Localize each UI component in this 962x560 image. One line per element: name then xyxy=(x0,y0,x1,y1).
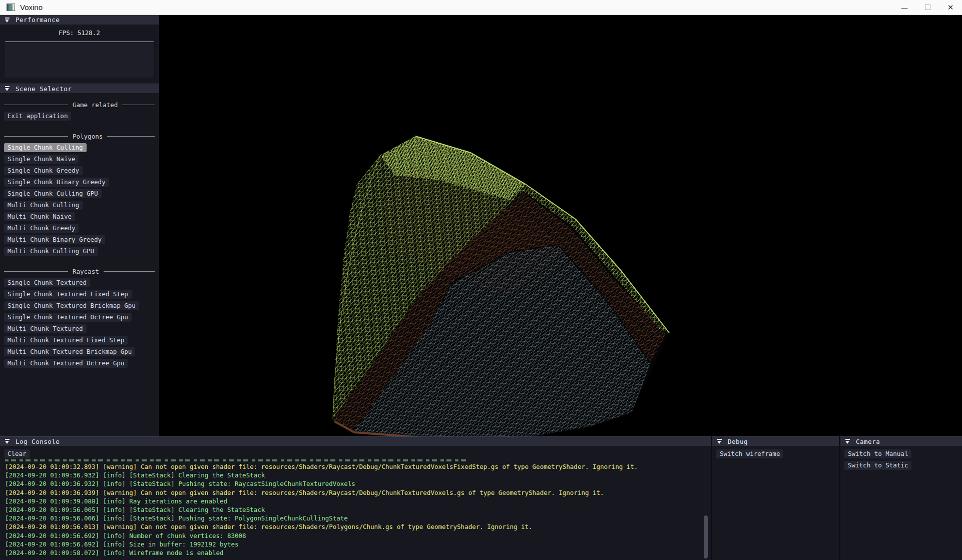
camera-title: Camera xyxy=(856,438,880,445)
switch-to-static-button[interactable]: Switch to Static xyxy=(844,461,911,470)
render-viewport[interactable] xyxy=(159,15,962,436)
log-line: [2024-09-20 01:09:56.692] [info] Number … xyxy=(5,531,711,540)
button-multi-chunk-greedy[interactable]: Multi Chunk Greedy xyxy=(4,224,79,233)
switch-wireframe-button[interactable]: Switch wireframe xyxy=(716,449,783,458)
log-scrollbar[interactable] xyxy=(704,515,708,558)
collapse-arrow-icon xyxy=(717,439,722,444)
log-line: [2024-09-20 01:09:56.006] [info] [StateS… xyxy=(5,514,711,522)
button-multi-chunk-textured-octree-gpu[interactable]: Multi Chunk Textured Octree Gpu xyxy=(4,359,128,368)
button-single-chunk-textured[interactable]: Single Chunk Textured xyxy=(4,278,90,287)
separator-polygons: Polygons xyxy=(4,133,155,140)
camera-header[interactable]: Camera xyxy=(840,436,962,446)
left-panel: Performance FPS: 5128.2 Scene Selector G… xyxy=(0,15,159,436)
performance-header[interactable]: Performance xyxy=(0,15,159,25)
log-line: [2024-09-20 01:09:56.005] [info] [StateS… xyxy=(5,505,711,514)
log-line: [2024-09-20 01:09:32.893] [warning] Can … xyxy=(5,462,711,471)
performance-title: Performance xyxy=(16,16,60,24)
separator-label: Polygons xyxy=(68,133,107,140)
window-controls: — ✕ xyxy=(893,0,962,15)
log-line: [2024-09-20 01:09:58.072] [info] Wirefra… xyxy=(5,548,711,557)
log-line: [2024-09-20 01:09:56.692] [info] Size in… xyxy=(5,540,711,548)
button-single-chunk-naive[interactable]: Single Chunk Naive xyxy=(4,155,79,164)
button-single-chunk-textured-fixed-step[interactable]: Single Chunk Textured Fixed Step xyxy=(4,290,132,299)
button-multi-chunk-textured[interactable]: Multi Chunk Textured xyxy=(4,324,87,333)
switch-to-manual-button[interactable]: Switch to Manual xyxy=(844,449,911,458)
button-single-chunk-textured-brickmap-gpu[interactable]: Single Chunk Textured Brickmap Gpu xyxy=(4,301,139,310)
collapse-arrow-icon xyxy=(5,86,10,91)
log-line: [2024-09-20 01:09:36.939] [warning] Can … xyxy=(5,488,711,497)
collapse-arrow-icon xyxy=(5,439,10,444)
button-single-chunk-culling-gpu[interactable]: Single Chunk Culling GPU xyxy=(4,189,102,198)
log-line: [2024-09-20 01:09:56.013] [warning] Can … xyxy=(5,522,711,531)
scene-selector-header[interactable]: Scene Selector xyxy=(0,84,159,93)
log-line: [2024-09-20 01:09:36.932] [info] [StateS… xyxy=(5,479,711,488)
separator-label: Game related xyxy=(68,101,122,109)
log-lines: [2024-09-20 01:09:32.893] [warning] Can … xyxy=(5,462,711,557)
minimize-icon[interactable]: — xyxy=(893,0,916,15)
button-single-chunk-culling[interactable]: Single Chunk Culling xyxy=(4,143,87,152)
collapse-arrow-icon xyxy=(5,18,10,23)
close-icon[interactable]: ✕ xyxy=(939,0,962,15)
separator-raycast: Raycast xyxy=(4,268,155,275)
log-console-header[interactable]: Log Console xyxy=(0,436,711,446)
debug-header[interactable]: Debug xyxy=(712,436,839,446)
maximize-glyph xyxy=(925,5,930,10)
button-multi-chunk-culling[interactable]: Multi Chunk Culling xyxy=(4,201,83,210)
button-single-chunk-binary-greedy[interactable]: Single Chunk Binary Greedy xyxy=(4,178,109,187)
app-icon xyxy=(7,4,15,11)
scene-selector-title: Scene Selector xyxy=(16,85,72,93)
button-multi-chunk-textured-brickmap-gpu[interactable]: Multi Chunk Textured Brickmap Gpu xyxy=(4,347,135,356)
button-multi-chunk-binary-greedy[interactable]: Multi Chunk Binary Greedy xyxy=(4,235,105,244)
app-title: Voxino xyxy=(20,3,43,12)
clear-log-button[interactable]: Clear xyxy=(4,449,30,458)
collapse-arrow-icon xyxy=(845,439,850,444)
log-console-title: Log Console xyxy=(16,438,60,445)
log-line: [2024-09-20 01:09:36.932] [info] [StateS… xyxy=(5,471,711,479)
log-console-panel: Log Console Clear [2024-09-20 01:09:32.8… xyxy=(0,436,711,560)
button-single-chunk-greedy[interactable]: Single Chunk Greedy xyxy=(4,166,83,175)
button-single-chunk-textured-octree-gpu[interactable]: Single Chunk Textured Octree Gpu xyxy=(4,313,132,322)
fps-plot-line xyxy=(5,42,154,42)
bottom-panels: Log Console Clear [2024-09-20 01:09:32.8… xyxy=(0,436,962,560)
debug-panel: Debug Switch wireframe xyxy=(711,436,839,560)
log-line: [2024-09-20 01:09:39.088] [info] Ray ite… xyxy=(5,497,711,505)
scene-selector-content: Game related Exit application Polygons S… xyxy=(0,101,159,368)
separator-game-related: Game related xyxy=(4,101,155,109)
button-multi-chunk-culling-gpu[interactable]: Multi Chunk Culling GPU xyxy=(4,247,98,256)
button-multi-chunk-textured-fixed-step[interactable]: Multi Chunk Textured Fixed Step xyxy=(4,336,128,345)
fps-plot xyxy=(4,40,155,78)
title-bar: Voxino — ✕ xyxy=(0,0,962,15)
button-multi-chunk-naive[interactable]: Multi Chunk Naive xyxy=(4,212,75,221)
fps-value: FPS: 5128.2 xyxy=(0,29,159,37)
camera-panel: Camera Switch to Manual Switch to Static xyxy=(839,436,962,560)
voxel-terrain-render xyxy=(159,15,962,436)
debug-title: Debug xyxy=(728,438,748,445)
maximize-icon[interactable] xyxy=(916,0,939,15)
clipped-log-line xyxy=(5,459,468,461)
button-exit-application[interactable]: Exit application xyxy=(4,112,71,121)
separator-label: Raycast xyxy=(68,268,104,275)
